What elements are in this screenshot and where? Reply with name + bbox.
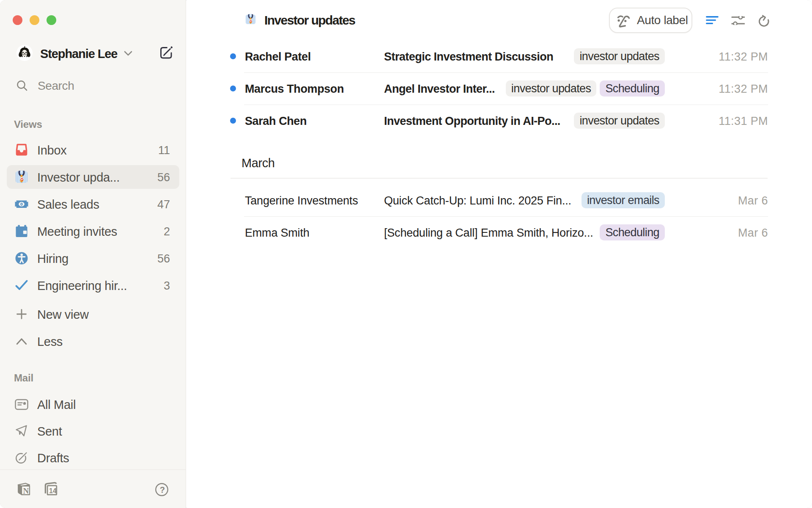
svg-text:14: 14 — [49, 487, 57, 494]
svg-text:?: ? — [160, 485, 165, 494]
svg-text:N: N — [23, 486, 29, 495]
